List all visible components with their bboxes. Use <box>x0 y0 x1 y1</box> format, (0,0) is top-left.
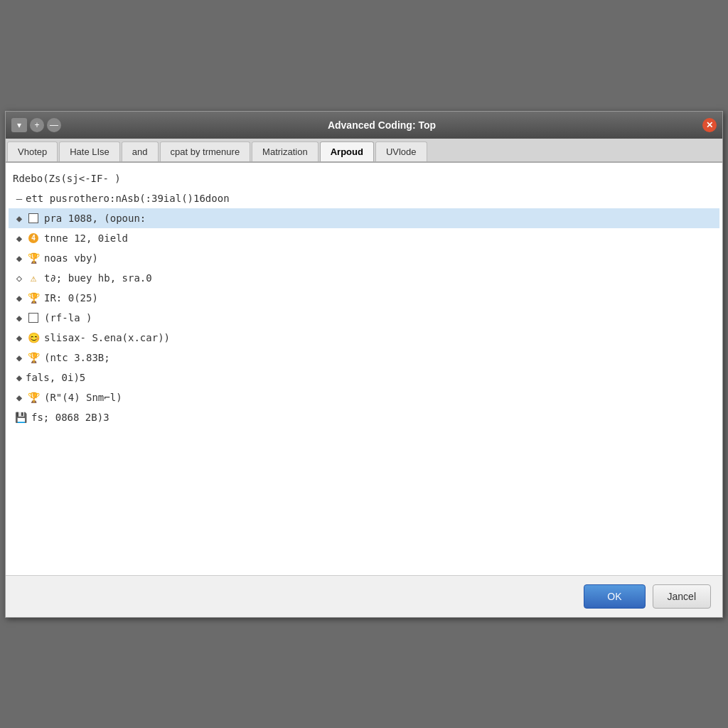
close-button[interactable]: ✕ <box>702 118 717 132</box>
tab-matrization[interactable]: Matrization <box>252 141 318 161</box>
code-text-9: slisax- S.ena(x.car)) <box>44 328 170 347</box>
ok-button[interactable]: OK <box>584 584 645 609</box>
code-line-4: ◆ 4 tnne 12, 0ield <box>9 228 719 248</box>
dropdown-button[interactable]: ▾ <box>11 118 27 132</box>
code-text-11: fals, 0i)5 <box>26 368 85 387</box>
code-text-2: ett pusrothero:nAsb(:39ial()16doon <box>26 189 230 208</box>
tab-vhotep[interactable]: Vhotep <box>7 141 58 161</box>
tab-arpoud[interactable]: Arpoud <box>320 141 374 161</box>
code-text-13: fs; 0868 2B)3 <box>31 408 109 427</box>
code-line-12: ◆ 🏆 (R"(4) Snm⌐l) <box>9 387 719 407</box>
code-line-11: ◆ fals, 0i)5 <box>9 368 719 387</box>
code-line-10: ◆ 🏆 (ntc 3.83B; <box>9 348 719 368</box>
left-controls: ▾ + — <box>11 118 61 132</box>
code-text-12: (R"(4) Snm⌐l) <box>44 388 122 407</box>
arrow-icon-10: ◆ <box>13 348 26 367</box>
warning-icon-6: ⚠ <box>26 269 41 287</box>
tab-bar: Vhotep Hate LIse and cpat by trmenure Ma… <box>6 139 722 163</box>
smiley-icon-9: 😊 <box>26 328 41 347</box>
code-line-3: ◆ pra 1088, (opoun: <box>9 208 719 228</box>
arrow-icon-9: ◆ <box>13 328 26 347</box>
arrow-icon-8: ◆ <box>13 309 26 327</box>
trophy-icon-5: 🏆 <box>26 249 41 267</box>
trophy-icon-10: 🏆 <box>26 348 41 367</box>
trophy-icon-7: 🏆 <box>26 289 41 307</box>
code-line-2: — ett pusrothero:nAsb(:39ial()16doon <box>9 188 719 208</box>
arrow-icon-5: ◆ <box>13 249 26 267</box>
code-text-4: tnne 12, 0ield <box>44 229 128 247</box>
window-title: Advanced Coding: Top <box>61 119 702 131</box>
code-line-5: ◆ 🏆 noas vby) <box>9 248 719 268</box>
arrow-icon-7: ◆ <box>13 289 26 307</box>
code-text-8: (rf-la ) <box>44 309 92 327</box>
title-bar: ▾ + — Advanced Coding: Top ✕ <box>6 112 722 139</box>
footer: OK Jancel <box>6 575 722 617</box>
trophy-icon-12: 🏆 <box>26 388 41 407</box>
code-line-7: ◆ 🏆 IR: 0(25) <box>9 288 719 308</box>
tab-uvmode[interactable]: UVlode <box>375 141 427 161</box>
code-line-13: 💾 fs; 0868 2B)3 <box>9 407 719 427</box>
circle-icon-4: 4 <box>26 233 41 243</box>
code-text-3: pra 1088, (opoun: <box>44 209 146 228</box>
code-text-1: Rdebo(Zs(sj<-IF- ) <box>13 169 121 188</box>
add-button[interactable]: + <box>30 118 44 132</box>
code-line-8: ◆ (rf-la ) <box>9 308 719 328</box>
cancel-button[interactable]: Jancel <box>653 584 711 609</box>
minimize-button[interactable]: — <box>47 118 61 132</box>
arrow-icon-12: ◆ <box>13 388 26 407</box>
arrow-icon-4: ◆ <box>13 229 26 247</box>
code-text-5: noas vby) <box>44 249 98 267</box>
code-text-6: t∂; buey hb, sra.0 <box>44 269 152 287</box>
code-text-10: (ntc 3.83B; <box>44 348 110 367</box>
tab-and[interactable]: and <box>122 141 159 161</box>
arrow-icon-2: — <box>13 189 26 208</box>
tab-cpat[interactable]: cpat by trmenure <box>160 141 251 161</box>
close-controls: ✕ <box>702 118 717 132</box>
arrow-icon-11: ◆ <box>13 368 26 387</box>
checkbox-icon-8 <box>26 313 41 323</box>
code-text-7: IR: 0(25) <box>44 289 98 307</box>
checkbox-icon-3 <box>26 213 41 223</box>
code-line-1: Rdebo(Zs(sj<-IF- ) <box>9 168 719 188</box>
main-window: ▾ + — Advanced Coding: Top ✕ Vhotep Hate… <box>5 111 723 618</box>
floppy-icon-13: 💾 <box>13 408 28 427</box>
code-line-6: ◇ ⚠ t∂; buey hb, sra.0 <box>9 268 719 288</box>
content-area: Rdebo(Zs(sj<-IF- ) — ett pusrothero:nAsb… <box>6 163 722 575</box>
arrow-icon-3: ◆ <box>13 209 26 228</box>
tab-hate-lise[interactable]: Hate LIse <box>59 141 120 161</box>
arrow-icon-6: ◇ <box>13 269 26 287</box>
code-line-9: ◆ 😊 slisax- S.ena(x.car)) <box>9 328 719 348</box>
